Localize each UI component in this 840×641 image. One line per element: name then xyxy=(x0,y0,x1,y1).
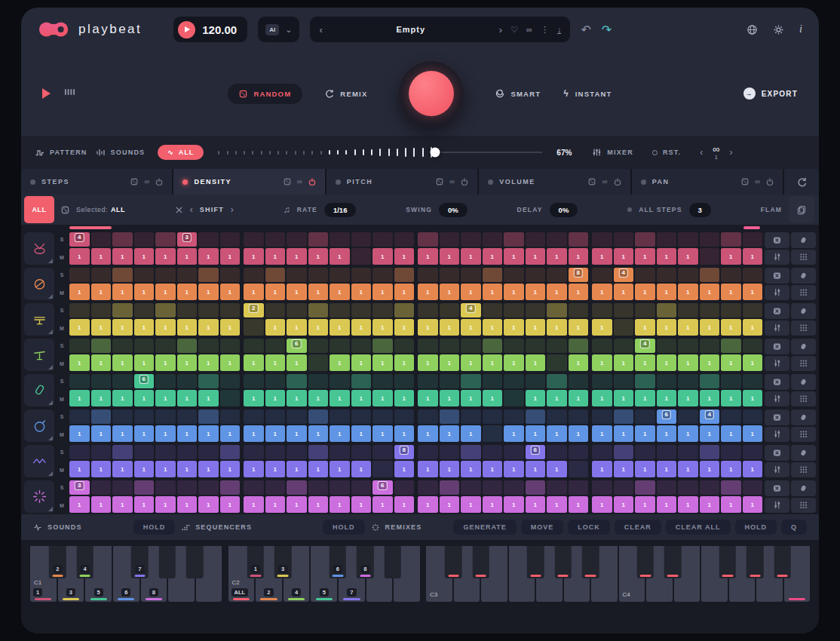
density-step-cell[interactable] xyxy=(308,480,329,495)
density-step-cell[interactable]: 6 xyxy=(526,445,546,459)
density-step-cell[interactable] xyxy=(69,409,90,424)
step-cell[interactable]: 1 xyxy=(134,461,155,477)
density-step-cell[interactable] xyxy=(330,374,350,388)
density-step-cell[interactable] xyxy=(721,303,741,317)
step-cell[interactable]: 1 xyxy=(721,284,741,300)
density-step-cell[interactable] xyxy=(743,232,763,247)
density-step-cell[interactable]: 6 xyxy=(372,480,393,495)
density-step-cell[interactable] xyxy=(743,374,763,388)
step-cell[interactable]: 1 xyxy=(134,319,155,336)
step-cell[interactable]: 1 xyxy=(461,284,481,300)
density-step-cell[interactable] xyxy=(308,268,329,282)
step-cell[interactable]: 1 xyxy=(418,390,438,406)
step-cell[interactable]: 1 xyxy=(678,248,698,265)
step-cell[interactable] xyxy=(547,354,567,371)
density-step-cell[interactable] xyxy=(220,232,241,247)
main-trigger-button[interactable] xyxy=(399,61,464,126)
density-step-cell[interactable] xyxy=(592,374,612,388)
density-step-cell[interactable] xyxy=(308,339,329,353)
density-step-cell[interactable] xyxy=(526,339,546,353)
density-step-cell[interactable] xyxy=(330,303,350,317)
density-step-cell[interactable] xyxy=(504,374,524,388)
step-cell[interactable]: 1 xyxy=(526,461,546,477)
density-step-cell[interactable] xyxy=(265,268,286,282)
step-cell[interactable]: 1 xyxy=(592,496,612,513)
density-step-cell[interactable] xyxy=(112,303,133,317)
density-step-cell[interactable] xyxy=(635,445,655,459)
density-step-cell[interactable] xyxy=(635,480,655,495)
step-cell[interactable]: 1 xyxy=(330,354,350,371)
cymbal-icon[interactable] xyxy=(24,339,54,371)
step-cell[interactable]: 1 xyxy=(198,319,219,336)
step-cell[interactable]: 1 xyxy=(287,496,307,513)
step-cell[interactable]: 1 xyxy=(91,248,112,265)
tab-pan[interactable]: PAN∞ xyxy=(632,169,783,195)
step-cell[interactable]: 1 xyxy=(483,284,503,300)
density-step-cell[interactable] xyxy=(220,339,241,353)
density-step-cell[interactable] xyxy=(547,409,567,424)
step-cell[interactable]: 1 xyxy=(351,354,372,371)
step-cell[interactable]: 1 xyxy=(244,248,264,265)
density-step-cell[interactable] xyxy=(700,445,720,459)
step-cell[interactable]: 1 xyxy=(394,461,415,477)
step-cell[interactable]: 1 xyxy=(547,425,567,442)
step-cell[interactable]: 1 xyxy=(308,496,329,513)
step-cell[interactable]: 1 xyxy=(418,319,438,336)
generate-button[interactable]: GENERATE xyxy=(453,520,516,535)
density-step-cell[interactable] xyxy=(483,303,503,317)
black-key[interactable] xyxy=(445,546,462,578)
step-cell[interactable]: 1 xyxy=(244,496,264,513)
snare-icon[interactable] xyxy=(24,268,54,300)
step-cell[interactable]: 1 xyxy=(287,354,307,371)
humanize-track-button[interactable] xyxy=(791,339,816,354)
step-cell[interactable]: 1 xyxy=(287,390,307,406)
density-step-cell[interactable]: 6 xyxy=(134,374,155,388)
loop-icon[interactable]: ∞ xyxy=(602,178,607,186)
step-cell[interactable]: 1 xyxy=(657,248,677,265)
density-step-cell[interactable] xyxy=(678,303,698,317)
gear-icon[interactable] xyxy=(773,24,784,35)
density-step-cell[interactable] xyxy=(440,268,460,282)
density-step-cell[interactable] xyxy=(91,268,112,282)
step-cell[interactable]: 1 xyxy=(614,425,634,442)
step-cell[interactable]: 1 xyxy=(592,284,612,300)
density-step-cell[interactable]: 4 xyxy=(614,268,634,282)
step-cell[interactable]: 1 xyxy=(198,461,219,477)
density-step-cell[interactable] xyxy=(198,445,219,459)
step-cell[interactable]: 1 xyxy=(614,496,634,513)
step-cell[interactable]: 1 xyxy=(330,284,350,300)
density-step-cell[interactable] xyxy=(308,409,329,424)
density-step-cell[interactable] xyxy=(700,268,720,282)
step-cell[interactable]: 1 xyxy=(265,425,286,442)
step-cell[interactable]: 1 xyxy=(440,284,460,300)
humanize-track-button[interactable] xyxy=(791,268,816,284)
step-cell[interactable]: 1 xyxy=(155,496,176,513)
step-cell[interactable]: 1 xyxy=(569,354,589,371)
step-cell[interactable]: 1 xyxy=(244,461,264,477)
density-step-cell[interactable] xyxy=(418,480,438,495)
tom-icon[interactable] xyxy=(24,409,54,442)
flam-label[interactable]: FLAM xyxy=(761,206,782,213)
density-step-cell[interactable] xyxy=(592,480,612,495)
density-step-cell[interactable] xyxy=(69,303,90,317)
play-icon[interactable] xyxy=(42,88,51,99)
step-cell[interactable]: 1 xyxy=(69,248,90,265)
density-step-cell[interactable] xyxy=(678,339,698,353)
dice-icon[interactable] xyxy=(130,178,138,186)
step-cell[interactable]: 1 xyxy=(155,319,176,336)
density-step-cell[interactable] xyxy=(351,232,372,247)
bpm-display[interactable]: 120.00 xyxy=(173,17,247,42)
density-step-cell[interactable] xyxy=(198,409,219,424)
step-cell[interactable]: 1 xyxy=(177,425,198,442)
step-cell[interactable]: 1 xyxy=(526,390,546,406)
density-step-cell[interactable] xyxy=(155,445,176,459)
swing-value[interactable]: 0% xyxy=(439,203,468,217)
density-step-cell[interactable] xyxy=(112,480,133,495)
rate-value[interactable]: 1/16 xyxy=(324,203,357,217)
density-step-cell[interactable] xyxy=(155,303,176,317)
density-step-cell[interactable] xyxy=(592,445,612,459)
xy-swap-icon[interactable] xyxy=(175,206,183,214)
loop-icon[interactable]: ∞ xyxy=(449,178,455,186)
step-cell[interactable]: 1 xyxy=(678,390,698,406)
density-step-cell[interactable] xyxy=(244,480,264,495)
